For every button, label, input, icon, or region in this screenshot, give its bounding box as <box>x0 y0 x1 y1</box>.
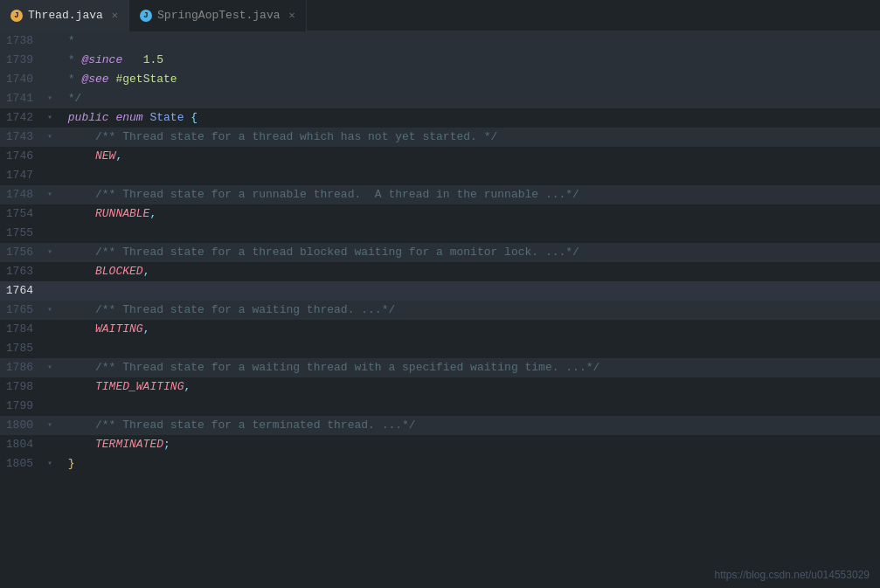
line-number: 1739 <box>0 51 42 70</box>
code-line: 1798 TIMED_WAITING, <box>0 377 880 397</box>
line-number: 1746 <box>0 147 42 166</box>
code-line: 1804 TERMINATED; <box>0 435 880 454</box>
line-number: 1800 <box>0 416 42 435</box>
line-number: 1799 <box>0 397 42 416</box>
line-content: /** Thread state for a waiting thread wi… <box>58 358 880 377</box>
fold-icon[interactable]: ▾ <box>42 358 58 377</box>
fold-icon <box>42 224 58 243</box>
tab-close-thread[interactable]: ✕ <box>112 9 118 22</box>
fold-icon[interactable]: ▾ <box>42 128 58 147</box>
code-line: 1747 <box>0 166 880 185</box>
fold-icon <box>42 31 58 51</box>
tab-close-spring[interactable]: ✕ <box>289 9 295 22</box>
code-line: 1799 <box>0 397 880 416</box>
code-line: 1743▾ /** Thread state for a thread whic… <box>0 128 880 147</box>
line-content: /** Thread state for a thread blocked wa… <box>58 243 880 262</box>
code-line: 1755 <box>0 224 880 243</box>
line-number: 1756 <box>0 243 42 262</box>
fold-icon[interactable]: ▾ <box>42 454 58 474</box>
tab-thread-java[interactable]: J Thread.java ✕ <box>0 0 129 31</box>
line-content: * <box>58 31 880 51</box>
fold-icon[interactable]: ▾ <box>42 108 58 128</box>
line-content: } <box>58 454 880 474</box>
line-content: NEW, <box>58 147 880 166</box>
code-line: 1756▾ /** Thread state for a thread bloc… <box>0 243 880 262</box>
code-line: 1763 BLOCKED, <box>0 262 880 281</box>
code-line: 1784 WAITING, <box>0 320 880 339</box>
code-line: 1742▾ public enum State { <box>0 108 880 128</box>
tab-label-spring: SpringAopTest.java <box>157 9 280 22</box>
line-content: TIMED_WAITING, <box>58 377 880 397</box>
line-number: 1784 <box>0 320 42 339</box>
line-number: 1763 <box>0 262 42 281</box>
tab-label-thread: Thread.java <box>28 9 103 22</box>
fold-icon <box>42 166 58 185</box>
line-content <box>58 224 880 243</box>
line-content: /** Thread state for a thread which has … <box>58 128 880 147</box>
line-content: TERMINATED; <box>58 435 880 454</box>
tab-spring-aop[interactable]: J SpringAopTest.java ✕ <box>129 0 307 31</box>
fold-icon[interactable]: ▾ <box>42 243 58 262</box>
code-line: 1748▾ /** Thread state for a runnable th… <box>0 185 880 204</box>
code-line: 1764 <box>0 281 880 301</box>
fold-icon <box>42 147 58 166</box>
code-line: 1786▾ /** Thread state for a waiting thr… <box>0 358 880 377</box>
line-content: * @see #getState <box>58 70 880 89</box>
line-number: 1755 <box>0 224 42 243</box>
line-content: /** Thread state for a waiting thread. .… <box>58 301 880 320</box>
line-number: 1785 <box>0 339 42 358</box>
line-content: * @since 1.5 <box>58 51 880 70</box>
line-number: 1748 <box>0 185 42 204</box>
line-content <box>58 281 880 301</box>
code-line: 1738 * <box>0 31 880 51</box>
line-number: 1754 <box>0 204 42 224</box>
code-line: 1741▾ */ <box>0 89 880 108</box>
fold-icon <box>42 51 58 70</box>
editor-area: 1738 *1739 * @since 1.51740 * @see #getS… <box>0 31 880 588</box>
line-content: */ <box>58 89 880 108</box>
fold-icon[interactable]: ▾ <box>42 416 58 435</box>
fold-icon <box>42 339 58 358</box>
line-number: 1765 <box>0 301 42 320</box>
line-content <box>58 166 880 185</box>
fold-icon[interactable]: ▾ <box>42 185 58 204</box>
line-number: 1805 <box>0 454 42 474</box>
fold-icon <box>42 320 58 339</box>
line-content: public enum State { <box>58 108 880 128</box>
fold-icon <box>42 204 58 224</box>
line-content: WAITING, <box>58 320 880 339</box>
line-number: 1741 <box>0 89 42 108</box>
line-content: /** Thread state for a terminated thread… <box>58 416 880 435</box>
lines-wrapper: 1738 *1739 * @since 1.51740 * @see #getS… <box>0 31 880 474</box>
line-number: 1804 <box>0 435 42 454</box>
fold-icon <box>42 435 58 454</box>
line-number: 1747 <box>0 166 42 185</box>
fold-icon[interactable]: ▾ <box>42 89 58 108</box>
line-number: 1742 <box>0 108 42 128</box>
code-line: 1754 RUNNABLE, <box>0 204 880 224</box>
fold-icon <box>42 377 58 397</box>
tab-bar: J Thread.java ✕ J SpringAopTest.java ✕ <box>0 0 880 31</box>
code-line: 1805▾ } <box>0 454 880 474</box>
line-number: 1764 <box>0 281 42 301</box>
watermark: https://blog.csdn.net/u014553029 <box>715 569 870 581</box>
code-line: 1739 * @since 1.5 <box>0 51 880 70</box>
tab-icon-blue: J <box>140 10 152 22</box>
code-line: 1746 NEW, <box>0 147 880 166</box>
line-content <box>58 339 880 358</box>
line-number: 1740 <box>0 70 42 89</box>
line-number: 1798 <box>0 377 42 397</box>
line-content: RUNNABLE, <box>58 204 880 224</box>
line-number: 1738 <box>0 31 42 51</box>
line-number: 1743 <box>0 128 42 147</box>
code-line: 1785 <box>0 339 880 358</box>
fold-icon[interactable]: ▾ <box>42 301 58 320</box>
code-line: 1765▾ /** Thread state for a waiting thr… <box>0 301 880 320</box>
tab-icon-orange: J <box>10 10 23 22</box>
fold-icon <box>42 262 58 281</box>
code-line: 1740 * @see #getState <box>0 70 880 89</box>
code-line: 1800▾ /** Thread state for a terminated … <box>0 416 880 435</box>
line-content: /** Thread state for a runnable thread. … <box>58 185 880 204</box>
fold-icon <box>42 70 58 89</box>
fold-icon <box>42 281 58 301</box>
